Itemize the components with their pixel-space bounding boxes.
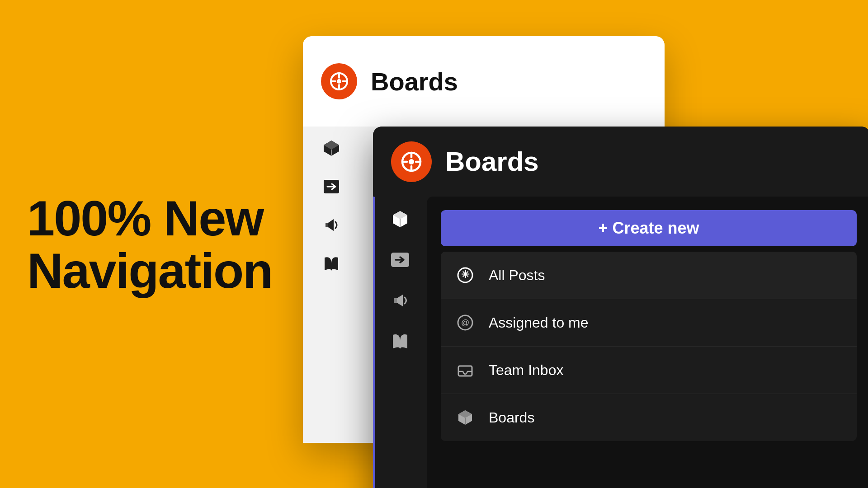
boards-label: Boards [489, 409, 534, 426]
svg-point-1 [337, 79, 341, 84]
logo-icon-dark [400, 150, 423, 173]
book-icon-light[interactable] [319, 251, 344, 276]
ui-container: Boards [303, 36, 868, 488]
logo-circle-dark [391, 141, 432, 182]
svg-rect-19 [394, 298, 397, 303]
assigned-label: Assigned to me [489, 314, 589, 331]
arrow-right-icon-dark[interactable] [387, 246, 414, 273]
arrow-right-icon-light[interactable] [319, 174, 344, 199]
light-panel-title: Boards [371, 67, 458, 96]
megaphone-icon-dark[interactable] [387, 287, 414, 314]
nav-items: ✳ All Posts @ Assigned to [441, 252, 857, 441]
svg-text:@: @ [461, 318, 469, 327]
boards-cube-icon [454, 407, 476, 428]
hero-line2: Navigation [27, 242, 272, 298]
nav-item-team-inbox[interactable]: Team Inbox [441, 347, 857, 394]
svg-rect-10 [326, 223, 328, 227]
dark-main: + Create new ✳ All Posts [427, 197, 868, 488]
dark-content: + Create new ✳ All Posts [373, 197, 868, 488]
team-inbox-label: Team Inbox [489, 362, 563, 379]
dark-panel: Boards [373, 127, 868, 488]
hero-line1: 100% New [27, 190, 263, 246]
create-new-label: + Create new [598, 219, 699, 238]
nav-item-boards[interactable]: Boards [441, 394, 857, 441]
book-icon-dark[interactable] [387, 328, 414, 355]
nav-item-assigned[interactable]: @ Assigned to me [441, 299, 857, 347]
dark-sidebar [373, 197, 427, 488]
create-new-button[interactable]: + Create new [441, 210, 857, 246]
dark-active-bar [373, 197, 375, 488]
all-posts-icon: ✳ [454, 264, 476, 286]
light-panel-header: Boards [303, 36, 665, 127]
dark-panel-title: Boards [445, 146, 539, 177]
team-inbox-icon [454, 359, 476, 381]
svg-text:✳: ✳ [461, 269, 470, 280]
dark-panel-header: Boards [373, 127, 868, 197]
svg-point-12 [409, 159, 414, 164]
cube-icon-dark[interactable] [387, 206, 414, 233]
hero-text: 100% New Navigation [27, 192, 307, 296]
cube-icon-light[interactable] [319, 136, 344, 160]
assigned-icon: @ [454, 312, 476, 333]
logo-circle-light [321, 63, 357, 99]
nav-item-all-posts[interactable]: ✳ All Posts [441, 252, 857, 299]
all-posts-label: All Posts [489, 267, 545, 284]
light-sidebar [303, 127, 359, 443]
logo-icon-light [329, 71, 349, 91]
megaphone-icon-light[interactable] [319, 212, 344, 237]
